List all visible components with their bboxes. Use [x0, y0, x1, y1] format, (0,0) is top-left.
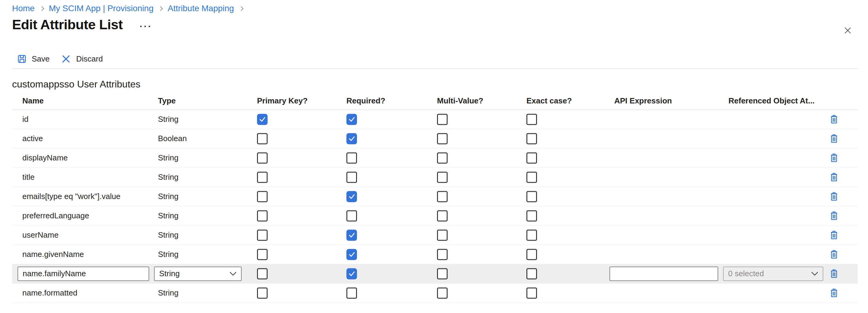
- primary-key-checkbox[interactable]: [257, 191, 268, 202]
- column-header-primary-key: Primary Key?: [257, 96, 308, 106]
- chevron-right-icon: [158, 6, 163, 11]
- trash-icon: [830, 134, 838, 143]
- multi-value-checkbox[interactable]: [437, 114, 447, 125]
- exact-case-checkbox[interactable]: [526, 152, 537, 164]
- primary-key-checkbox[interactable]: [257, 230, 268, 241]
- attribute-name: title: [22, 168, 34, 187]
- title-row: Edit Attribute List: [12, 17, 868, 33]
- primary-key-checkbox[interactable]: [257, 249, 268, 260]
- attribute-name: name.givenName: [22, 245, 84, 264]
- attribute-type: String: [158, 148, 179, 167]
- page-title: Edit Attribute List: [12, 17, 123, 33]
- attribute-type: String: [158, 225, 179, 245]
- trash-icon: [830, 153, 838, 163]
- column-header-exact-case: Exact case?: [526, 96, 572, 106]
- more-options-button[interactable]: [138, 24, 152, 29]
- trash-icon: [830, 231, 838, 240]
- table-row: preferredLanguageString: [12, 206, 858, 225]
- attribute-type: String: [158, 187, 179, 206]
- edit-attribute-list-blade: HomeMy SCIM App | ProvisioningAttribute …: [0, 0, 868, 313]
- api-expression-input[interactable]: [610, 267, 718, 281]
- exact-case-checkbox[interactable]: [526, 133, 537, 144]
- multi-value-checkbox[interactable]: [437, 249, 447, 260]
- column-header-api-expression: API Expression: [614, 96, 672, 106]
- multi-value-checkbox[interactable]: [437, 133, 447, 144]
- multi-value-checkbox[interactable]: [437, 230, 447, 241]
- delete-attribute-button[interactable]: [830, 211, 839, 221]
- exact-case-checkbox[interactable]: [526, 268, 537, 279]
- attribute-type: String: [158, 168, 179, 187]
- exact-case-checkbox[interactable]: [526, 249, 537, 260]
- primary-key-checkbox[interactable]: [257, 152, 268, 164]
- required-checkbox[interactable]: [346, 133, 357, 144]
- table-row: userNameString: [12, 225, 858, 245]
- required-checkbox[interactable]: [346, 152, 357, 164]
- primary-key-checkbox[interactable]: [257, 133, 268, 144]
- required-checkbox[interactable]: [346, 287, 357, 299]
- exact-case-checkbox[interactable]: [526, 230, 537, 241]
- attribute-type: Boolean: [158, 129, 187, 148]
- exact-case-checkbox[interactable]: [526, 172, 537, 183]
- table-body: idStringactiveBooleandisplayNameStringti…: [12, 110, 858, 303]
- chevron-right-icon: [39, 6, 44, 11]
- ellipsis-icon: [140, 26, 142, 27]
- breadcrumb-link[interactable]: Attribute Mapping: [167, 4, 234, 13]
- trash-icon: [830, 211, 838, 220]
- section-heading: customappsso User Attributes: [12, 79, 868, 90]
- delete-attribute-button[interactable]: [830, 269, 839, 279]
- column-header-multi-value: Multi-Value?: [437, 96, 483, 106]
- multi-value-checkbox[interactable]: [437, 152, 447, 164]
- delete-attribute-button[interactable]: [830, 230, 839, 240]
- discard-button[interactable]: Discard: [61, 54, 103, 64]
- attribute-name-input[interactable]: [18, 267, 149, 281]
- multi-value-checkbox[interactable]: [437, 172, 447, 183]
- multi-value-checkbox[interactable]: [437, 268, 447, 279]
- delete-attribute-button[interactable]: [830, 114, 839, 125]
- delete-attribute-button[interactable]: [830, 288, 839, 298]
- attribute-name: displayName: [22, 148, 68, 167]
- exact-case-checkbox[interactable]: [526, 191, 537, 202]
- attribute-type-select[interactable]: String: [154, 267, 242, 281]
- attribute-type: String: [158, 206, 179, 225]
- breadcrumb: HomeMy SCIM App | ProvisioningAttribute …: [12, 0, 868, 10]
- attribute-name: userName: [22, 225, 59, 245]
- required-checkbox[interactable]: [346, 268, 357, 279]
- breadcrumb-link[interactable]: Home: [12, 4, 35, 13]
- referenced-object-select[interactable]: 0 selected: [723, 267, 823, 281]
- exact-case-checkbox[interactable]: [526, 287, 537, 299]
- ellipsis-icon: [144, 26, 146, 27]
- required-checkbox[interactable]: [346, 191, 357, 202]
- multi-value-checkbox[interactable]: [437, 210, 447, 221]
- exact-case-checkbox[interactable]: [526, 210, 537, 221]
- attribute-name: emails[type eq "work"].value: [22, 187, 121, 206]
- delete-attribute-button[interactable]: [830, 192, 839, 202]
- chevron-down-icon: [811, 272, 818, 276]
- close-button[interactable]: [843, 25, 853, 36]
- exact-case-checkbox[interactable]: [526, 114, 537, 125]
- required-checkbox[interactable]: [346, 210, 357, 221]
- trash-icon: [830, 114, 838, 124]
- toolbar-divider: [12, 68, 858, 69]
- save-button[interactable]: Save: [17, 54, 50, 64]
- trash-icon: [830, 172, 838, 182]
- breadcrumb-link[interactable]: My SCIM App | Provisioning: [49, 4, 154, 13]
- primary-key-checkbox[interactable]: [257, 268, 268, 279]
- attribute-type: String: [158, 283, 179, 303]
- delete-attribute-button[interactable]: [830, 249, 839, 259]
- attribute-type: String: [158, 110, 179, 129]
- delete-attribute-button[interactable]: [830, 153, 839, 163]
- primary-key-checkbox[interactable]: [257, 172, 268, 183]
- trash-icon: [830, 269, 838, 278]
- required-checkbox[interactable]: [346, 172, 357, 183]
- discard-button-label: Discard: [76, 54, 103, 64]
- delete-attribute-button[interactable]: [830, 134, 839, 144]
- delete-attribute-button[interactable]: [830, 172, 839, 182]
- required-checkbox[interactable]: [346, 114, 357, 125]
- primary-key-checkbox[interactable]: [257, 210, 268, 221]
- multi-value-checkbox[interactable]: [437, 287, 447, 299]
- primary-key-checkbox[interactable]: [257, 287, 268, 299]
- multi-value-checkbox[interactable]: [437, 191, 447, 202]
- required-checkbox[interactable]: [346, 249, 357, 260]
- primary-key-checkbox[interactable]: [257, 114, 268, 125]
- required-checkbox[interactable]: [346, 230, 357, 241]
